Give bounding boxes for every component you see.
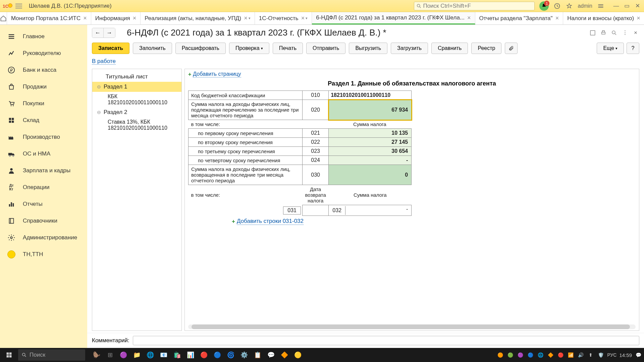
tab-1c-report[interactable]: 1С-Отчетность× <box>255 12 312 24</box>
tray-icon[interactable]: 📶 <box>567 351 574 359</box>
print-button[interactable]: Печать <box>273 43 303 54</box>
layout-icon[interactable] <box>589 29 596 37</box>
check-button[interactable]: Проверка ▾ <box>229 43 269 54</box>
clock[interactable]: 14:59 <box>619 352 632 358</box>
close-icon[interactable]: × <box>83 15 87 22</box>
forward-button[interactable]: → <box>104 28 115 38</box>
tray-icon[interactable]: 🔴 <box>557 351 564 359</box>
close-icon[interactable]: × <box>637 15 640 22</box>
close-icon[interactable]: × <box>244 15 248 22</box>
close-doc-icon[interactable]: × <box>632 29 639 37</box>
task-app-icon[interactable]: 🛍️ <box>171 349 183 361</box>
add-rows-link[interactable]: Добавить строки 031-032 <box>237 218 304 225</box>
val-010[interactable]: 18210102010011000110 <box>329 91 412 100</box>
main-menu-icon[interactable] <box>15 2 24 10</box>
task-app-icon[interactable]: 💬 <box>265 349 277 361</box>
load-button[interactable]: Загрузить <box>391 43 428 54</box>
settings-lines-icon[interactable] <box>597 2 604 10</box>
task-app-icon[interactable]: 🌐 <box>144 349 156 361</box>
tray-icon[interactable]: 🛡️ <box>597 351 604 359</box>
val-021[interactable]: 10 135 <box>329 129 412 138</box>
notifications-icon[interactable]: 1 <box>539 1 549 11</box>
tab-taxes-brief[interactable]: Налоги и взносы (кратко)× <box>563 12 644 24</box>
notifications-tray-icon[interactable]: 💬 <box>635 351 642 359</box>
favorite-icon[interactable] <box>566 2 573 10</box>
tab-salary-reports[interactable]: Отчеты раздела "Зарплата"× <box>475 12 564 24</box>
global-search[interactable] <box>414 2 535 10</box>
user-label[interactable]: admin <box>578 3 592 9</box>
search2-icon[interactable] <box>610 29 618 37</box>
sidebar-item-main[interactable]: Главное <box>0 28 87 45</box>
tab-home-icon[interactable] <box>0 12 7 24</box>
tray-icon[interactable]: 🔊 <box>577 351 584 359</box>
val-022[interactable]: 27 145 <box>329 138 412 147</box>
close-icon[interactable]: × <box>555 15 559 22</box>
tree-kbk1[interactable]: КБК 18210102010011000110 <box>92 92 181 107</box>
decode-button[interactable]: Расшифровать <box>175 43 226 54</box>
close-icon[interactable]: × <box>467 14 471 21</box>
tab-realization[interactable]: Реализация (акты, накладные, УПД)× <box>141 12 255 24</box>
sidebar-item-reports[interactable]: Отчеты <box>0 196 87 213</box>
language-indicator[interactable]: РУС <box>607 352 616 358</box>
sidebar-item-sales[interactable]: Продажи <box>0 78 87 95</box>
sidebar-item-operations[interactable]: ДтКтОперации <box>0 179 87 196</box>
send-button[interactable]: Отправить <box>306 43 345 54</box>
sidebar-item-warehouse[interactable]: Склад <box>0 112 87 129</box>
sidebar-item-assets[interactable]: ОС и НМА <box>0 145 87 162</box>
windows-start-icon[interactable] <box>2 348 16 362</box>
save-button[interactable]: Записать <box>92 43 129 54</box>
sidebar-item-manager[interactable]: Руководителю <box>0 45 87 62</box>
fill-button[interactable]: Заполнить <box>133 43 172 54</box>
close-icon[interactable]: × <box>301 15 305 22</box>
comment-input[interactable] <box>133 336 639 345</box>
tree-section1[interactable]: Раздел 1 <box>92 82 181 92</box>
minimize-icon[interactable]: — <box>612 2 620 10</box>
tab-monitor[interactable]: Монитор Портала 1С:ИТС× <box>7 12 91 24</box>
tray-icon[interactable]: 🟠 <box>496 351 504 359</box>
task-app-icon[interactable]: 🌀 <box>225 349 237 361</box>
add-page-link[interactable]: Добавить страницу <box>193 71 241 77</box>
val-020[interactable]: 67 934 <box>329 100 412 120</box>
sidebar-item-production[interactable]: Производство <box>0 129 87 145</box>
tray-icon[interactable]: 🟢 <box>506 351 514 359</box>
history-icon[interactable] <box>553 2 561 10</box>
search-input[interactable] <box>423 3 532 9</box>
task-app-icon[interactable]: 🔴 <box>198 349 210 361</box>
tray-icon[interactable]: 🔶 <box>547 351 554 359</box>
sections-tree[interactable]: Титульный лист Раздел 1 КБК 182101020100… <box>92 69 182 331</box>
task-app-icon[interactable]: 🟡 <box>292 349 304 361</box>
tray-icon[interactable]: 🔵 <box>527 351 534 359</box>
help-button[interactable]: ? <box>627 43 639 54</box>
registry-button[interactable]: Реестр <box>471 43 501 54</box>
horizontal-scrollbar[interactable] <box>188 324 636 329</box>
print-icon[interactable] <box>600 29 607 37</box>
tree-title-sheet[interactable]: Титульный лист <box>92 72 181 82</box>
close-icon[interactable]: × <box>133 15 137 22</box>
tray-icon[interactable]: 🌐 <box>537 351 544 359</box>
task-app-icon[interactable]: ⊞ <box>104 349 116 361</box>
val-030[interactable]: 0 <box>329 165 412 185</box>
tray-icon[interactable]: ⬆ <box>587 351 594 359</box>
tab-info[interactable]: Информация× <box>91 12 141 24</box>
task-app-icon[interactable]: 🦫 <box>91 349 103 361</box>
sidebar-item-salary[interactable]: Зарплата и кадры <box>0 162 87 179</box>
sidebar-item-purchases[interactable]: Покупки <box>0 95 87 112</box>
sidebar-item-admin[interactable]: Администрирование <box>0 229 87 246</box>
val-024[interactable]: - <box>329 156 412 165</box>
unload-button[interactable]: Выгрузить <box>349 43 387 54</box>
task-app-icon[interactable]: 📁 <box>131 349 143 361</box>
task-app-icon[interactable]: 📧 <box>158 349 170 361</box>
status-link[interactable]: В работе <box>92 58 116 65</box>
back-button[interactable]: ← <box>92 28 104 38</box>
task-app-icon[interactable]: ⚙️ <box>238 349 250 361</box>
taskbar-search[interactable]: Поиск <box>18 349 85 361</box>
sidebar-item-bank[interactable]: ₽Банк и касса <box>0 62 87 78</box>
kebab-icon[interactable]: ⋮ <box>621 29 629 37</box>
sidebar-item-directories[interactable]: Справочники <box>0 213 87 229</box>
val-023[interactable]: 30 654 <box>329 147 412 156</box>
tree-section2[interactable]: Раздел 2 <box>92 107 181 117</box>
task-app-icon[interactable]: 📋 <box>252 349 264 361</box>
val-032[interactable]: - <box>345 206 411 215</box>
sidebar-item-tn[interactable]: ТН,ТТН <box>0 246 87 263</box>
more-button[interactable]: Еще ▾ <box>597 43 624 54</box>
